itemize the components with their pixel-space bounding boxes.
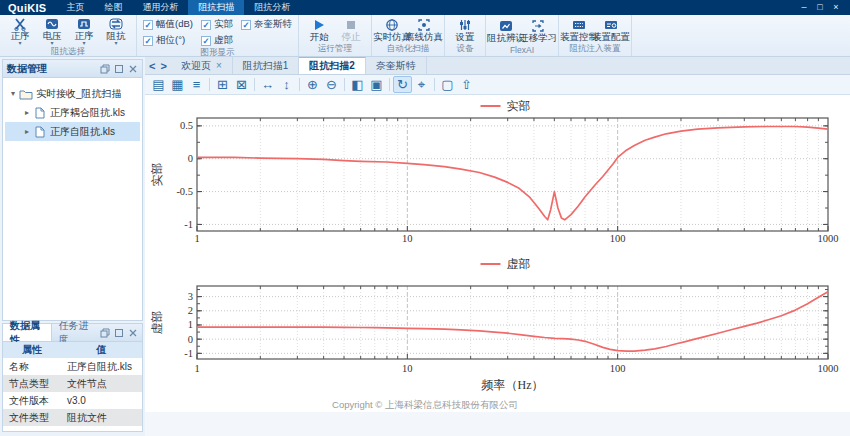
- maximize-panel-icon[interactable]: [113, 327, 124, 338]
- file-icon: [33, 126, 47, 138]
- svg-text:-1: -1: [184, 219, 193, 230]
- property-tab-任务进度[interactable]: 任务进度: [52, 324, 100, 341]
- real-part-chart[interactable]: 0.50-0.5-11101001000实部实部: [147, 95, 847, 245]
- ribbon-button-label: 设置: [455, 32, 474, 42]
- minimize-button[interactable]: –: [796, 0, 812, 15]
- caret-right-icon[interactable]: ▸: [21, 108, 33, 117]
- checkbox-虚部[interactable]: ✓虚部: [201, 34, 233, 47]
- tree-item-label: 实时接收_阻抗扫描: [36, 87, 122, 101]
- zoom-in-icon[interactable]: ⊕: [303, 76, 322, 93]
- zoom-out-icon[interactable]: ⊖: [322, 76, 341, 93]
- ribbon-button-迁移学习[interactable]: 迁移学习: [522, 18, 554, 43]
- menu-item-2[interactable]: 绘图: [94, 0, 132, 15]
- ribbon-button-label: 开始: [309, 32, 328, 42]
- tab-奈奎斯特[interactable]: 奈奎斯特: [366, 57, 427, 74]
- close-panel-icon[interactable]: [127, 63, 138, 74]
- checkbox-奈奎斯特[interactable]: ✓奈奎斯特: [241, 18, 292, 31]
- stretch-horizontal-icon[interactable]: ↔: [258, 76, 277, 93]
- tab-label: 欢迎页: [181, 59, 211, 73]
- window-controls: –□×: [796, 0, 850, 15]
- export-icon[interactable]: ⇧: [457, 76, 476, 93]
- data-management-title: 数据管理: [7, 62, 47, 76]
- property-value-cell: v3.0: [61, 392, 142, 409]
- maximize-button[interactable]: □: [812, 0, 828, 15]
- menu-item-4[interactable]: 阻抗扫描: [188, 0, 244, 15]
- float-panel-icon[interactable]: [99, 327, 110, 338]
- tree-item-正序耦合阻抗.kls[interactable]: ▸正序耦合阻抗.kls: [5, 103, 140, 122]
- tab-label: 阻抗扫描1: [243, 59, 289, 73]
- impedance-loop-icon: [109, 16, 123, 31]
- center-icon[interactable]: ⌖: [412, 76, 431, 93]
- fit-selection-icon[interactable]: ⊠: [232, 76, 251, 93]
- ribbon-button-label: 装置配置: [592, 32, 630, 42]
- caret-down-icon[interactable]: ▾: [7, 89, 19, 98]
- data-tree: ▾实时接收_阻抗扫描▸正序耦合阻抗.kls▸正序自阻抗.kls: [3, 78, 142, 320]
- imaginary-part-chart[interactable]: 3210-11101001000虚部虚部频率（Hz）: [147, 248, 847, 410]
- checkbox-box[interactable]: ✓: [143, 20, 153, 30]
- ribbon-button-阻抗辨识[interactable]: 阻抗辨识: [490, 18, 522, 43]
- ribbon-button-离线仿真[interactable]: 离线仿真: [408, 17, 440, 42]
- ribbon-button-正序[interactable]: 正序▾: [68, 16, 100, 46]
- ribbon-button-正序[interactable]: 正序▾: [4, 16, 36, 46]
- ribbon-button-阻抗[interactable]: 阻抗▾: [100, 16, 132, 46]
- menu-item-5[interactable]: 阻抗分析: [244, 0, 300, 15]
- property-name-cell: 节点类型: [3, 375, 61, 392]
- property-tab-数据属性[interactable]: 数据属性: [3, 324, 52, 341]
- svg-text:1: 1: [194, 233, 199, 244]
- ribbon-group-运行管理: 开始停止运行管理: [299, 15, 372, 56]
- save-all-icon[interactable]: ▦: [168, 76, 187, 93]
- tree-item-实时接收_阻抗扫描[interactable]: ▾实时接收_阻抗扫描: [5, 84, 140, 103]
- ribbon-button-停止[interactable]: 停止: [335, 17, 367, 42]
- tab-scroll-right-icon[interactable]: >: [160, 58, 166, 74]
- list-view-icon[interactable]: ≡: [187, 76, 206, 93]
- ribbon-button-电压[interactable]: 电压▾: [36, 16, 68, 46]
- svg-text:实部: 实部: [507, 99, 531, 113]
- report-icon[interactable]: ▢: [438, 76, 457, 93]
- tab-阻抗扫描2[interactable]: 阻抗扫描2: [299, 57, 366, 74]
- ribbon-button-装置配置[interactable]: 装置配置: [595, 17, 627, 42]
- ribbon-group-label: 阻抗注入装置: [563, 43, 627, 56]
- stretch-vertical-icon[interactable]: ↕: [277, 76, 296, 93]
- property-name-cell: 文件版本: [3, 392, 61, 409]
- float-panel-icon[interactable]: [99, 63, 110, 74]
- checkbox-label: 奈奎斯特: [254, 18, 292, 31]
- close-button[interactable]: ×: [828, 0, 844, 15]
- tree-item-正序自阻抗.kls[interactable]: ▸正序自阻抗.kls: [5, 122, 140, 141]
- ribbon-button-开始[interactable]: 开始: [303, 17, 335, 42]
- ribbon-button-设置[interactable]: 设置: [449, 17, 481, 42]
- checkbox-实部[interactable]: ✓实部: [201, 18, 233, 31]
- caret-right-icon[interactable]: ▸: [21, 127, 33, 136]
- fit-window-icon[interactable]: ⊞: [213, 76, 232, 93]
- ribbon-group-阻抗注入装置: 装置控制装置配置阻抗注入装置: [559, 15, 632, 56]
- svg-text:0: 0: [188, 153, 193, 164]
- property-name-cell: 文件类型: [3, 409, 61, 426]
- menu-item-1[interactable]: 主页: [56, 0, 94, 15]
- identify-icon: [499, 18, 513, 33]
- checkbox-label: 幅值(dB): [156, 18, 193, 31]
- refresh-icon[interactable]: ↻: [393, 76, 412, 93]
- contrast-icon[interactable]: ◧: [348, 76, 367, 93]
- ribbon-button-实时仿真[interactable]: 实时仿真: [376, 17, 408, 42]
- close-panel-icon[interactable]: [127, 327, 138, 338]
- checkbox-box[interactable]: ✓: [143, 36, 153, 46]
- tab-scroll-left-icon[interactable]: <: [149, 58, 155, 74]
- offline-sim-icon: [417, 17, 431, 32]
- maximize-panel-icon[interactable]: [113, 63, 124, 74]
- ribbon-button-装置控制[interactable]: 装置控制: [563, 17, 595, 42]
- checkbox-box[interactable]: ✓: [201, 20, 211, 30]
- sidebar: 数据管理 ▾实时接收_阻抗扫描▸正序耦合阻抗.kls▸正序自阻抗.kls 数据属…: [0, 57, 145, 436]
- checkbox-幅值(dB)[interactable]: ✓幅值(dB): [143, 18, 193, 31]
- save-icon[interactable]: ▤: [149, 76, 168, 93]
- checkbox-box[interactable]: ✓: [201, 36, 211, 46]
- menu-item-3[interactable]: 通用分析: [132, 0, 188, 15]
- toolbar-separator: [434, 78, 435, 91]
- panel-icon[interactable]: ▣: [367, 76, 386, 93]
- checkbox-box[interactable]: ✓: [241, 20, 251, 30]
- tab-欢迎页[interactable]: 欢迎页×: [171, 57, 233, 74]
- tab-阻抗扫描1[interactable]: 阻抗扫描1: [233, 57, 300, 74]
- waveform-icon: [77, 16, 91, 31]
- close-icon[interactable]: ×: [216, 60, 222, 71]
- checkbox-相位(°)[interactable]: ✓相位(°): [143, 34, 193, 47]
- device-control-icon: [572, 17, 586, 32]
- table-row: 名称正序自阻抗.kls: [3, 358, 142, 375]
